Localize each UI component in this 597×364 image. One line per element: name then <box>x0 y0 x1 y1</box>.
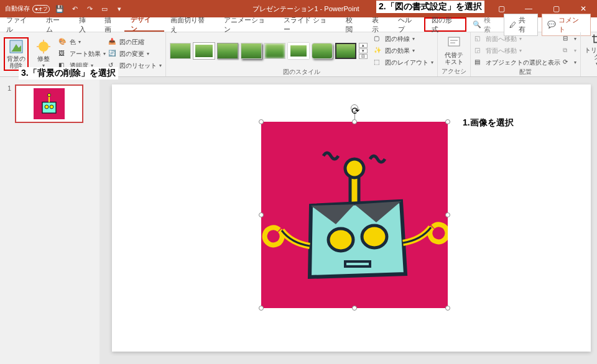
resize-handle[interactable] <box>259 212 264 217</box>
remove-background-icon <box>9 39 24 54</box>
gallery-scroll[interactable]: ▴ ▾ ⊟ <box>359 43 368 59</box>
svg-point-11 <box>50 105 53 109</box>
selected-image[interactable]: ⟳ <box>261 122 448 308</box>
style-thumb[interactable] <box>312 43 333 59</box>
tab-help[interactable]: ヘルプ <box>392 17 425 32</box>
resize-handle[interactable] <box>352 306 357 311</box>
svg-rect-9 <box>42 102 56 114</box>
alt-text-label: 代替テ キスト <box>445 52 463 65</box>
group-picture-styles: ▴ ▾ ⊟ ▢図の枠線 ▾ ✨図の効果 ▾ ⬚図のレイアウト ▾ 図のスタイル <box>166 32 438 76</box>
style-thumb[interactable] <box>264 43 285 59</box>
picture-style-gallery[interactable]: ▴ ▾ ⊟ <box>170 43 368 59</box>
group-size: トリミング ▾ ↕ 13.55 cm ⇅ ↔ 13.55 cm ⇅ サイズ <box>581 32 597 76</box>
style-thumb[interactable] <box>193 43 215 59</box>
comment-icon: 💬 <box>547 20 556 29</box>
search-icon: 🔍 <box>473 20 481 29</box>
tab-design[interactable]: デザイン <box>124 17 164 32</box>
style-thumb[interactable] <box>335 43 356 59</box>
slide-editor[interactable]: 1.画像を選択 <box>100 77 597 364</box>
resize-handle[interactable] <box>259 306 264 311</box>
tab-slideshow[interactable]: スライド ショー <box>277 17 340 32</box>
compress-pictures-button[interactable]: 📥図の圧縮 <box>108 37 162 47</box>
search-placeholder: 検索 <box>484 16 497 34</box>
group-arrange: ◱前面へ移動 ▾ ◲背面へ移動 ▾ ▤オブジェクトの選択と表示 ⊟▾ ⧉▾ ⟳▾… <box>471 32 581 76</box>
tab-picture-format[interactable]: 図の形式 <box>424 17 466 32</box>
tab-review[interactable]: 校閲 <box>340 17 366 32</box>
autosave-label: 自動保存 <box>5 4 30 13</box>
selection-pane-icon: ▤ <box>474 58 483 67</box>
resize-handle[interactable] <box>445 306 450 311</box>
compress-icon: 📥 <box>108 38 117 47</box>
slide-thumbnail[interactable] <box>15 84 83 123</box>
tab-home[interactable]: ホーム <box>40 17 73 32</box>
thumb-robot-icon <box>34 88 65 119</box>
remove-background-button[interactable]: 背景の 削除 <box>4 37 29 71</box>
gallery-down-icon[interactable]: ▾ <box>359 48 368 53</box>
tab-file[interactable]: ファイル <box>0 17 40 32</box>
send-backward-button[interactable]: ◲背面へ移動 ▾ <box>474 45 560 56</box>
rotate-button[interactable]: ⟳▾ <box>563 57 576 68</box>
rotation-handle[interactable]: ⟳ <box>351 104 358 112</box>
picture-border-button[interactable]: ▢図の枠線 ▾ <box>374 34 433 44</box>
resize-handle[interactable] <box>445 119 450 124</box>
style-thumb[interactable] <box>241 43 262 59</box>
robot-image <box>261 122 448 308</box>
style-thumb[interactable] <box>288 43 309 59</box>
resize-handle[interactable] <box>445 212 450 217</box>
bring-forward-button[interactable]: ◱前面へ移動 ▾ <box>474 34 560 44</box>
slide-canvas[interactable]: 1.画像を選択 <box>112 84 591 352</box>
crop-button[interactable]: トリミング ▾ <box>585 34 597 67</box>
slide-number: 1 <box>7 84 11 123</box>
tab-animations[interactable]: アニメーション <box>218 17 278 32</box>
bring-forward-icon: ◱ <box>474 35 483 43</box>
tab-draw[interactable]: 描画 <box>98 17 124 32</box>
autosave-pill: ●オフ <box>32 5 50 13</box>
save-icon[interactable]: 💾 <box>55 4 65 14</box>
group-styles-label: 図のスタイル <box>170 68 433 78</box>
resize-handle[interactable] <box>259 119 264 124</box>
change-picture-button[interactable]: 🔄図の変更 ▾ <box>108 48 162 59</box>
layout-icon: ⬚ <box>374 58 382 67</box>
alt-text-button[interactable]: 代替テ キスト <box>442 34 466 67</box>
share-icon: 🖊 <box>509 21 516 29</box>
start-slideshow-icon[interactable]: ▭ <box>100 4 109 14</box>
group-icon: ⧉ <box>563 47 572 55</box>
alt-text-icon <box>447 35 461 50</box>
change-picture-icon: 🔄 <box>108 50 117 58</box>
tab-transitions[interactable]: 画面切り替え <box>164 17 218 32</box>
group-button[interactable]: ⧉▾ <box>563 45 576 56</box>
autosave-toggle[interactable]: 自動保存 ●オフ <box>5 4 50 13</box>
resize-handle[interactable] <box>352 119 357 124</box>
svg-rect-6 <box>448 37 460 46</box>
color-button[interactable]: 🎨色 ▾ <box>58 37 106 47</box>
qat-more-icon[interactable]: ▾ <box>114 4 124 14</box>
align-icon: ⊟ <box>563 35 572 43</box>
workspace: 1 1.画像を選択 <box>0 77 597 364</box>
group-size-label: サイズ <box>585 67 597 77</box>
undo-icon[interactable]: ↶ <box>70 4 80 14</box>
picture-layout-button[interactable]: ⬚図のレイアウト ▾ <box>374 57 433 68</box>
search-box[interactable]: 🔍 検索 <box>466 17 504 32</box>
selection-pane-button[interactable]: ▤オブジェクトの選択と表示 <box>474 57 560 68</box>
corrections-button[interactable]: 修整 ▾ <box>31 37 56 71</box>
style-thumb[interactable] <box>170 43 191 59</box>
rotate-icon: ⟳ <box>563 58 572 67</box>
style-thumb[interactable] <box>217 43 238 59</box>
ribbon-tabs: ファイル ホーム 挿入 描画 デザイン 画面切り替え アニメーション スライド … <box>0 17 597 32</box>
svg-point-16 <box>328 229 353 251</box>
send-backward-icon: ◲ <box>474 47 483 55</box>
redo-icon[interactable]: ↷ <box>85 4 95 14</box>
gallery-up-icon[interactable]: ▴ <box>359 43 368 48</box>
svg-point-1 <box>39 42 49 52</box>
svg-point-10 <box>45 105 49 109</box>
tab-view[interactable]: 表示 <box>366 17 392 32</box>
effects-icon: ✨ <box>374 47 382 55</box>
border-icon: ▢ <box>374 35 382 43</box>
artistic-icon: 🖼 <box>58 50 67 58</box>
corrections-icon <box>36 39 51 54</box>
tab-insert[interactable]: 挿入 <box>73 17 99 32</box>
align-button[interactable]: ⊟▾ <box>563 34 576 44</box>
gallery-more-icon[interactable]: ⊟ <box>359 54 368 59</box>
artistic-effects-button[interactable]: 🖼アート効果 ▾ <box>58 48 106 59</box>
picture-effects-button[interactable]: ✨図の効果 ▾ <box>374 45 433 56</box>
